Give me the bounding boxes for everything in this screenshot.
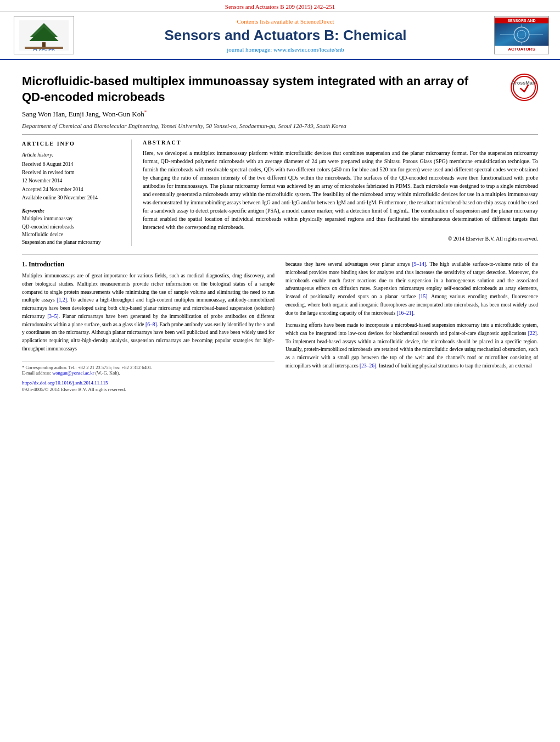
- introduction-left-text: Multiplex immunoassays are of great impo…: [22, 272, 275, 353]
- issn-copyright: 0925-4005/© 2014 Elsevier B.V. All right…: [22, 387, 275, 392]
- journal-header: ELSEVIER Contents lists available at Sci…: [0, 12, 560, 60]
- affiliation: Department of Chemical and Biomolecular …: [22, 122, 538, 129]
- article-title: Microfluidic-based multiplex immunoassay…: [22, 74, 472, 105]
- author-names: Sang Won Han, Eunji Jang, Won-Gun Koh: [22, 110, 144, 119]
- ref-23-26[interactable]: [23–26]: [360, 363, 376, 369]
- available-date: Available online 30 November 2014: [22, 194, 123, 202]
- intro-para-right-1: because they have several advantages ove…: [285, 260, 538, 317]
- keyword-3: Microfluidic device: [22, 231, 123, 238]
- doi-link[interactable]: http://dx.doi.org/10.1016/j.snb.2014.11.…: [22, 380, 275, 386]
- doi-anchor[interactable]: http://dx.doi.org/10.1016/j.snb.2014.11.…: [22, 380, 108, 386]
- ref-3-5[interactable]: [3–5]: [47, 314, 59, 319]
- article-info-abstract: ARTICLE INFO Article history: Received 6…: [22, 135, 538, 247]
- introduction-right-text: because they have several advantages ove…: [285, 260, 538, 370]
- revised-date: 12 November 2014: [22, 177, 123, 185]
- introduction-heading: 1. Introduction: [22, 260, 275, 269]
- article-title-section: Microfluidic-based multiplex immunoassay…: [22, 74, 538, 105]
- body-left-column: 1. Introduction Multiplex immunoassays a…: [22, 260, 275, 392]
- keywords-label: Keywords:: [22, 207, 123, 215]
- elsevier-logo: ELSEVIER: [11, 16, 77, 54]
- elsevier-image: ELSEVIER: [14, 16, 74, 54]
- main-content: Microfluidic-based multiplex immunoassay…: [0, 60, 560, 403]
- elsevier-tree-icon: ELSEVIER: [19, 20, 69, 51]
- ref-6-8[interactable]: [6–8]: [145, 322, 157, 327]
- abstract-text: Here, we developed a multiplex immunoass…: [143, 149, 538, 243]
- svg-point-13: [513, 76, 535, 98]
- footnotes: * Corresponding author. Tel.: +82 2 21 2…: [22, 361, 275, 392]
- sensors-logo-graphic: [495, 23, 548, 46]
- journal-center: Contents lists available at ScienceDirec…: [77, 18, 494, 53]
- sciencedirect-label: Contents lists available at ScienceDirec…: [88, 18, 483, 25]
- received-revised-label: Received in revised form: [22, 169, 123, 176]
- abstract-column: ABSTRACT Here, we developed a multiplex …: [143, 140, 538, 247]
- sensors-logo-label: ACTUATORS: [507, 46, 536, 53]
- keyword-1: Multiplex immunoassay: [22, 215, 123, 222]
- intro-para-right-2: Increasing efforts have been made to inc…: [285, 321, 538, 370]
- citation-text: Sensors and Actuators B 209 (2015) 242–2…: [225, 3, 335, 10]
- svg-text:ELSEVIER: ELSEVIER: [33, 48, 55, 51]
- keyword-4: Suspension and the planar microarray: [22, 238, 123, 246]
- citation-bar: Sensors and Actuators B 209 (2015) 242–2…: [0, 0, 560, 12]
- sensors-logo-image: [495, 24, 548, 46]
- article-history-label: Article history:: [22, 151, 123, 159]
- sensors-actuators-logo: SENSORS AND ACTUATORS: [494, 16, 549, 54]
- keywords-list: Multiplex immunoassay QD-encoded microbe…: [22, 215, 123, 246]
- received-date: Received 6 August 2014: [22, 160, 123, 168]
- journal-homepage: journal homepage: www.elsevier.com/locat…: [88, 46, 483, 53]
- sciencedirect-name[interactable]: ScienceDirect: [300, 18, 334, 25]
- body-right-column: because they have several advantages ove…: [285, 260, 538, 392]
- corresponding-marker: *: [144, 109, 147, 115]
- ref-15[interactable]: [15]: [418, 294, 427, 299]
- abstract-heading: ABSTRACT: [143, 140, 538, 146]
- footnote-corresponding: * Corresponding author. Tel.: +82 2 21 2…: [22, 365, 275, 370]
- keywords-section: Keywords: Multiplex immunoassay QD-encod…: [22, 207, 123, 246]
- footnote-email-link[interactable]: wongun@yonsei.ac.kr: [52, 370, 94, 376]
- ref-9-14[interactable]: [9–14]: [412, 261, 426, 267]
- crossmark-logo[interactable]: CrossMark: [511, 74, 538, 101]
- abstract-copyright: © 2014 Elsevier B.V. All rights reserved…: [143, 235, 538, 243]
- ref-22[interactable]: [22]: [528, 331, 537, 336]
- homepage-url[interactable]: www.elsevier.com/locate/snb: [273, 46, 344, 53]
- article-info-box: ARTICLE INFO Article history: Received 6…: [22, 140, 132, 247]
- accepted-date: Accepted 24 November 2014: [22, 186, 123, 193]
- journal-title: Sensors and Actuators B: Chemical: [88, 27, 483, 44]
- intro-para-1: Multiplex immunoassays are of great impo…: [22, 272, 275, 353]
- keyword-2: QD-encoded microbeads: [22, 223, 123, 231]
- article-info-column: ARTICLE INFO Article history: Received 6…: [22, 140, 132, 247]
- crossmark-icon: CrossMark: [512, 75, 536, 99]
- svg-text:CrossMark: CrossMark: [512, 80, 536, 86]
- body-content: 1. Introduction Multiplex immunoassays a…: [22, 254, 538, 392]
- article-info-heading: ARTICLE INFO: [22, 140, 123, 148]
- ref-1-2[interactable]: [1,2]: [57, 297, 67, 303]
- footnote-email: E-mail address: wongun@yonsei.ac.kr (W.-…: [22, 370, 275, 376]
- authors: Sang Won Han, Eunji Jang, Won-Gun Koh*: [22, 109, 538, 119]
- ref-16-21[interactable]: [16–21]: [397, 310, 413, 316]
